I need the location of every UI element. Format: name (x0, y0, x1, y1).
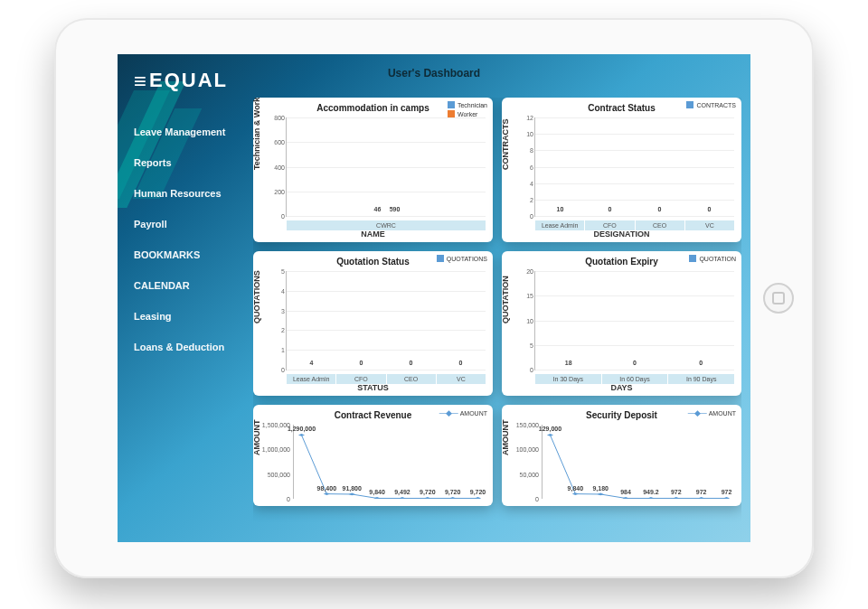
svg-rect-9 (572, 492, 579, 495)
dashboard-grid: Accommodation in camps Technician & Work… (253, 98, 741, 535)
x-axis-label: NAME (253, 230, 493, 239)
sidebar-item-bookmarks[interactable]: BOOKMARKS (134, 249, 244, 260)
legend-item: AMOUNT (688, 408, 736, 417)
card-accommodation: Accommodation in camps Technician & Work… (253, 98, 493, 242)
screen: EQUAL User's Dashboard Leave Management … (118, 54, 750, 542)
chart-plot: 024681012Lease AdminCFOCEOVC10000 (534, 117, 734, 217)
card-quotation-expiry: Quotation Expiry QUOTATION DAYS QUOTATIO… (502, 251, 741, 396)
legend-item: QUOTATION (689, 255, 736, 262)
svg-rect-0 (298, 434, 305, 436)
legend: Technician Worker (448, 101, 487, 119)
legend-item: QUOTATIONS (437, 255, 487, 262)
page-title: User's Dashboard (118, 67, 750, 80)
svg-rect-1 (324, 492, 330, 495)
legend-item: Technician (448, 101, 487, 108)
legend-item: Worker (448, 110, 487, 117)
card-contract-revenue: Contract Revenue AMOUNT AMOUNT 0500,0001… (253, 405, 493, 506)
sidebar-item-loans-deduction[interactable]: Loans & Deduction (134, 342, 244, 352)
sidebar-item-payroll[interactable]: Payroll (134, 219, 244, 230)
y-axis-label: Technician & Worker (253, 98, 261, 170)
x-axis-label: DESIGNATION (502, 230, 741, 239)
tablet-home-button[interactable] (763, 283, 794, 314)
sidebar-item-human-resources[interactable]: Human Resources (134, 188, 244, 199)
sidebar-item-leasing[interactable]: Leasing (134, 311, 244, 322)
y-axis-label: QUOTATION (501, 276, 510, 323)
y-axis-label: CONTRACTS (501, 119, 510, 171)
svg-rect-10 (598, 493, 604, 496)
legend: QUOTATIONS (437, 255, 487, 264)
sidebar-item-calendar[interactable]: CALENDAR (134, 280, 244, 291)
tablet-bezel: EQUAL User's Dashboard Leave Management … (54, 18, 814, 578)
x-axis-label: STATUS (253, 383, 493, 392)
chart-plot: 0200400600800CWRC46590 (286, 117, 486, 217)
chart-plot: 05101520In 30 DaysIn 60 DaysIn 90 Days18… (534, 271, 734, 370)
chart-plot: 050,000100,000150,000129,0009,8409,18098… (542, 425, 734, 499)
x-axis-label: DAYS (502, 383, 741, 392)
card-quotation-status: Quotation Status QUOTATIONS STATUS QUOTA… (253, 251, 493, 396)
card-security-deposit: Security Deposit AMOUNT AMOUNT 050,00010… (502, 405, 741, 506)
svg-rect-2 (349, 493, 355, 496)
chart-plot: 012345Lease AdminCFOCEOVC4000 (286, 271, 486, 370)
legend: CONTRACTS (686, 101, 736, 110)
legend-item: AMOUNT (439, 408, 487, 417)
svg-rect-8 (547, 434, 553, 436)
sidebar-item-reports[interactable]: Reports (134, 157, 244, 168)
chart-plot: 0500,0001,000,0001,500,0001,290,00098,40… (293, 425, 486, 499)
legend-item: CONTRACTS (686, 101, 736, 108)
card-contract-status: Contract Status CONTRACTS DESIGNATION CO… (502, 98, 741, 242)
y-axis-label: QUOTATIONS (253, 270, 261, 323)
sidebar-item-leave-management[interactable]: Leave Management (134, 126, 244, 137)
sidebar: Leave Management Reports Human Resources… (118, 126, 244, 352)
legend: QUOTATION (689, 255, 736, 264)
